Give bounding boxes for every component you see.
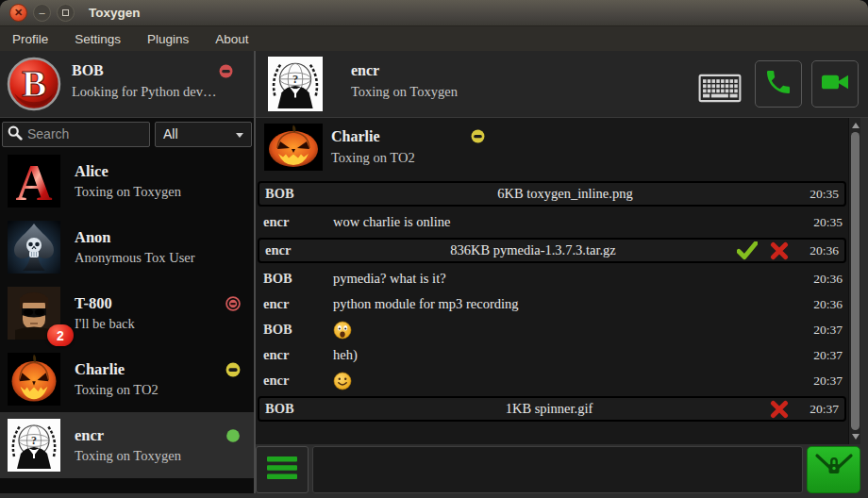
contact-status-message: Toxing on Toxygen: [75, 448, 181, 464]
chat-scrollbar[interactable]: [848, 118, 860, 444]
menu-item-settings[interactable]: Settings: [75, 32, 121, 46]
menu-item-plugins[interactable]: Plugins: [147, 32, 189, 46]
message-sender: BOB: [265, 186, 335, 202]
jack-o-lantern-avatar: [264, 124, 323, 171]
contact-status-message: Anonymous Tox User: [75, 250, 195, 266]
contact-info: AliceToxing on Toxygen: [75, 162, 181, 200]
svg-text:?: ?: [292, 73, 298, 86]
contact-info: CharlieToxing on TO2: [75, 360, 159, 398]
menubar: ProfileSettingsPluginsAbout: [0, 26, 868, 51]
message-timestamp: 20:36: [795, 243, 839, 258]
scroll-up-arrow-icon[interactable]: [849, 119, 860, 132]
contact-list: AAliceToxing on ToxygenAnonAnonymous Tox…: [0, 148, 254, 478]
scrollbar-thumb[interactable]: [851, 132, 860, 430]
file-transfer-label: 1KB spinner.gif: [335, 401, 763, 417]
minimize-window-button[interactable]: –: [33, 4, 51, 22]
file-transfer-label: 6KB toxygen_inline.png: [335, 186, 795, 202]
file-transfer-row: BOB1KB spinner.gif20:37: [258, 396, 846, 422]
search-box: [2, 122, 150, 147]
menu-item-profile[interactable]: Profile: [12, 32, 48, 46]
contact-name: Alice: [75, 162, 181, 181]
chat-menu-button[interactable]: [256, 446, 309, 493]
chat-contact-banner: Charlie Toxing on TO2: [256, 118, 848, 178]
smile-emoji-icon: [333, 372, 352, 390]
contact-status-message: Toxing on TO2: [75, 382, 159, 398]
phone-icon: [763, 67, 793, 101]
busy-status-icon: [219, 64, 233, 78]
menu-item-about[interactable]: About: [215, 32, 248, 46]
header: B BOB Looking for Python dev… ? encr Tox…: [0, 51, 868, 118]
chat-panel: Charlie Toxing on TO2 BOB6KB toxygen_inl…: [256, 118, 860, 444]
contacts-panel: All AAliceToxing on ToxygenAnonAnonymous…: [0, 118, 254, 493]
spade-skull-avatar: [8, 221, 60, 274]
message-row: encrwow charlie is online20:35: [256, 209, 848, 235]
message-timestamp: 20:36: [799, 272, 843, 287]
message-text: pymedia? what is it?: [333, 271, 799, 287]
self-status-message: Looking for Python dev…: [72, 84, 216, 100]
banner-status-message: Toxing on TO2: [331, 150, 415, 166]
busy-new-status-icon: [225, 296, 241, 311]
message-row: encrpython module for mp3 recording20:36: [256, 291, 848, 317]
titlebar: ✕ – Toxygen: [0, 0, 868, 26]
scroll-down-arrow-icon[interactable]: [849, 430, 860, 443]
maximize-window-button[interactable]: [57, 4, 75, 22]
message-sender: BOB: [263, 271, 333, 287]
message-sender: encr: [263, 296, 333, 312]
contact-info: T-800I'll be back: [75, 294, 135, 332]
contact-row-anon[interactable]: AnonAnonymous Tox User: [0, 214, 254, 280]
message-timestamp: 20:37: [799, 348, 843, 363]
filter-value: All: [163, 126, 178, 141]
self-name: BOB: [72, 62, 104, 79]
contact-row-alice[interactable]: AAliceToxing on Toxygen: [0, 148, 254, 214]
red-letter-a-avatar: A: [8, 155, 60, 208]
banner-name: Charlie: [331, 128, 380, 145]
message-sender: encr: [265, 242, 335, 258]
video-camera-icon: [820, 67, 850, 101]
message-timestamp: 20:35: [799, 215, 843, 230]
message-sender: encr: [263, 347, 333, 363]
contact-row-encr[interactable]: ?encrToxing on Toxygen: [0, 412, 254, 478]
message-text: [333, 372, 799, 390]
send-message-button[interactable]: [807, 446, 860, 493]
message-timestamp: 20:37: [799, 323, 843, 338]
message-sender: encr: [263, 373, 333, 389]
message-sender: encr: [263, 214, 333, 230]
message-row: BOB20:37: [256, 317, 848, 342]
svg-text:B: B: [22, 63, 46, 105]
keyboard-icon[interactable]: [698, 74, 742, 103]
self-avatar[interactable]: B: [7, 57, 61, 111]
unread-count-badge: 2: [47, 324, 74, 346]
message-list: BOB6KB toxygen_inline.png20:35encrwow ch…: [256, 181, 848, 422]
search-row: All: [0, 118, 254, 148]
message-timestamp: 20:36: [799, 297, 843, 312]
message-timestamp: 20:37: [795, 402, 839, 417]
cancel-transfer-button[interactable]: [763, 400, 795, 419]
audio-call-button[interactable]: [755, 60, 802, 108]
contact-row-charlie[interactable]: CharlieToxing on TO2: [0, 346, 254, 412]
message-row: BOBpymedia? what is it?20:36: [256, 266, 848, 291]
jack-o-lantern-avatar: [8, 353, 60, 406]
contact-status-message: I'll be back: [75, 316, 135, 332]
cancel-transfer-button[interactable]: [763, 241, 795, 260]
file-transfer-label: 836KB pymedia-1.3.7.3.tar.gz: [335, 242, 731, 258]
message-timestamp: 20:35: [795, 187, 839, 202]
shocked-emoji-icon: [333, 321, 352, 340]
message-input[interactable]: [312, 446, 803, 493]
search-input[interactable]: [25, 125, 149, 142]
accept-transfer-button[interactable]: [731, 241, 763, 260]
message-sender: BOB: [263, 322, 333, 338]
online-status-icon: [225, 428, 241, 443]
contact-name: encr: [75, 426, 181, 445]
search-icon: [7, 124, 23, 144]
contact-info: encrToxing on Toxygen: [75, 426, 181, 464]
video-call-button[interactable]: [811, 60, 859, 108]
contact-row-t-800[interactable]: T-800I'll be back2: [0, 280, 254, 346]
active-chat-name: encr: [351, 62, 379, 79]
anonymous-logo-avatar: ?: [8, 419, 60, 472]
contact-filter-dropdown[interactable]: All: [155, 122, 252, 147]
close-window-button[interactable]: ✕: [9, 4, 27, 22]
message-text: heh): [333, 347, 799, 363]
file-transfer-row: BOB6KB toxygen_inline.png20:35: [258, 181, 846, 207]
svg-text:?: ?: [31, 434, 37, 447]
contact-name: Charlie: [75, 360, 159, 379]
